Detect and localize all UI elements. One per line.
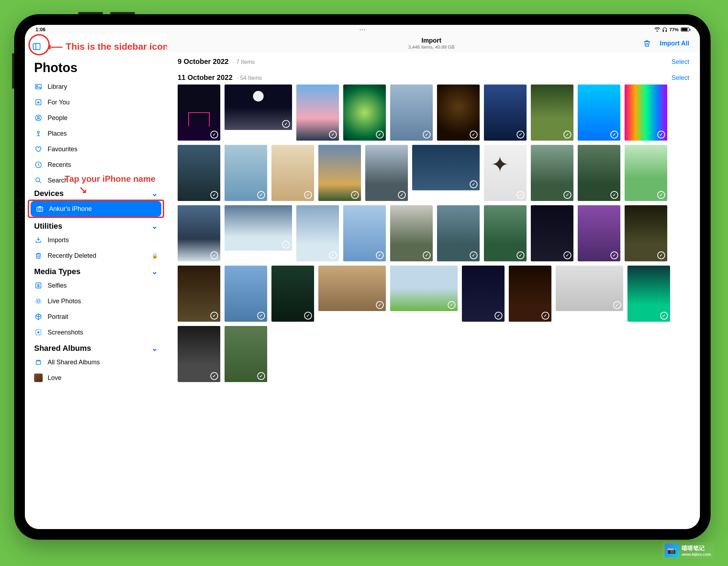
photo-thumbnail[interactable]: ✓: [296, 205, 339, 261]
photo-thumbnail[interactable]: ✓: [225, 266, 267, 322]
photo-thumbnail[interactable]: ✓: [271, 266, 314, 322]
photo-thumbnail[interactable]: ✓: [627, 266, 670, 322]
chevron-down-icon: ⌄: [151, 189, 158, 198]
sidebar-item-people[interactable]: People: [29, 110, 163, 126]
sidebar-item-label: Selfies: [48, 282, 67, 289]
section-media-types[interactable]: Media Types ⌄: [29, 263, 163, 278]
foryou-icon: [34, 98, 43, 107]
sidebar-item-library[interactable]: Library: [29, 79, 163, 94]
photo-thumbnail[interactable]: ✓: [531, 85, 573, 141]
photo-thumbnail[interactable]: ✓: [484, 205, 527, 261]
photo-thumbnail[interactable]: ✓: [437, 205, 480, 261]
photo-thumbnail[interactable]: ✓: [625, 85, 667, 141]
status-time: 1:06: [36, 27, 45, 32]
chevron-down-icon: ⌄: [151, 344, 158, 353]
sidebar-item-screenshots[interactable]: Screenshots: [29, 325, 163, 340]
sidebar-item-label: Imports: [48, 236, 69, 244]
sidebar-item-recently-deleted[interactable]: Recently Deleted 🔒: [29, 248, 163, 263]
photo-thumbnail[interactable]: ✓: [296, 85, 339, 141]
photo-thumbnail[interactable]: ✓: [625, 145, 667, 201]
sidebar-item-all-shared[interactable]: All Shared Albums: [29, 354, 163, 370]
sidebar-item-portrait[interactable]: Portrait: [29, 309, 163, 325]
power-button: [12, 53, 14, 89]
sidebar-title: Photos: [29, 58, 163, 79]
section-utilities[interactable]: Utilities ⌄: [29, 218, 163, 232]
photo-thumbnail[interactable]: ✓: [578, 205, 620, 261]
camera-icon: [36, 205, 44, 213]
photo-thumbnail[interactable]: ✓: [390, 85, 433, 141]
check-icon: ✓: [351, 191, 359, 199]
delete-button[interactable]: [643, 39, 651, 48]
photo-thumbnail[interactable]: ✓: [509, 266, 551, 322]
photo-thumbnail[interactable]: ✓: [578, 85, 620, 141]
selfie-icon: [34, 281, 43, 290]
check-icon: ✓: [610, 251, 618, 259]
sidebar-item-love[interactable]: Love: [29, 370, 163, 386]
svg-point-7: [37, 131, 39, 134]
photo-thumbnail[interactable]: ✓: [318, 145, 361, 201]
sidebar-item-favourites[interactable]: Favourites: [29, 141, 163, 157]
section-devices[interactable]: Devices ⌄: [29, 185, 163, 200]
photo-thumbnail[interactable]: ✓: [531, 205, 573, 261]
photo-thumbnail[interactable]: ✓: [178, 266, 220, 322]
photo-thumbnail[interactable]: ✓: [225, 326, 267, 382]
check-icon: ✓: [398, 191, 406, 199]
photo-thumbnail[interactable]: ✓: [178, 205, 220, 261]
status-right: 77%: [654, 27, 689, 32]
photo-thumbnail[interactable]: ✓: [225, 85, 292, 130]
grab-indicator: [360, 29, 365, 30]
photo-thumbnail[interactable]: ✦✓: [484, 145, 527, 201]
photo-thumbnail[interactable]: ✓: [178, 145, 220, 201]
wifi-icon: [654, 27, 660, 32]
photo-thumbnail[interactable]: ✓: [412, 145, 480, 190]
volume-down-button: [110, 12, 135, 14]
photo-thumbnail[interactable]: ✓: [318, 266, 386, 311]
photo-thumbnail[interactable]: ✓: [178, 85, 220, 141]
import-all-button[interactable]: Import All: [660, 40, 689, 47]
photo-thumbnail[interactable]: ✓: [343, 85, 386, 141]
section-date: 11 October 2022: [178, 74, 233, 81]
sidebar-item-label: Recents: [48, 161, 71, 169]
sidebar-item-imports[interactable]: Imports: [29, 232, 163, 248]
photo-thumbnail[interactable]: ✓: [390, 205, 433, 261]
battery-percent: 77%: [669, 27, 679, 32]
photo-thumbnail[interactable]: ✓: [625, 205, 667, 261]
photo-thumbnail[interactable]: ✓: [556, 266, 623, 311]
sidebar-item-foryou[interactable]: For You: [29, 94, 163, 110]
shared-albums-icon: [34, 358, 43, 366]
photo-thumbnail[interactable]: ✓: [531, 145, 573, 201]
section-shared-albums[interactable]: Shared Albums ⌄: [29, 340, 163, 354]
select-button[interactable]: Select: [672, 74, 689, 82]
photo-thumbnail[interactable]: ✓: [343, 205, 386, 261]
trash-icon: [34, 251, 43, 260]
screen: 1:06 77% ⟵ This is the sidebar: [25, 25, 700, 529]
check-icon: ✓: [657, 251, 665, 259]
check-icon: ✓: [210, 251, 218, 259]
main-content: Import 3,446 Items, 40.89 GB Import All …: [167, 34, 700, 529]
photo-thumbnail[interactable]: ✓: [271, 145, 314, 201]
photo-thumbnail[interactable]: ✓: [365, 145, 408, 201]
svg-point-17: [38, 332, 39, 333]
photo-thumbnail[interactable]: ✓: [178, 326, 220, 382]
sidebar-item-places[interactable]: Places: [29, 126, 163, 141]
select-button[interactable]: Select: [672, 58, 689, 66]
section-count: · 7 Items: [233, 59, 255, 65]
sidebar-item-recents[interactable]: Recents: [29, 157, 163, 173]
photo-thumbnail[interactable]: ✓: [578, 145, 620, 201]
watermark-url: www.bijixx.com: [682, 552, 711, 556]
sidebar-item-selfies[interactable]: Selfies: [29, 278, 163, 293]
photo-thumbnail[interactable]: ✓: [462, 266, 505, 322]
photo-thumbnail[interactable]: ✓: [437, 85, 480, 141]
sidebar: ⟵ This is the sidebar icon Photos Librar…: [25, 34, 167, 529]
sidebar-item-live-photos[interactable]: Live Photos: [29, 293, 163, 309]
status-bar: 1:06 77%: [25, 25, 700, 34]
photo-thumbnail[interactable]: ✓: [390, 266, 458, 311]
section-header-oct11: 11 October 2022 · 54 Items Select: [167, 69, 700, 85]
sidebar-toggle-button[interactable]: [32, 38, 41, 55]
photo-thumbnail[interactable]: ✓: [484, 85, 527, 141]
photo-thumbnail[interactable]: ✓: [225, 205, 292, 251]
check-icon: ✓: [423, 131, 431, 138]
sidebar-item-device-iphone[interactable]: Ankur's iPhone: [31, 201, 161, 217]
photo-thumbnail[interactable]: ✓: [225, 145, 267, 201]
check-icon: ✓: [257, 372, 265, 380]
